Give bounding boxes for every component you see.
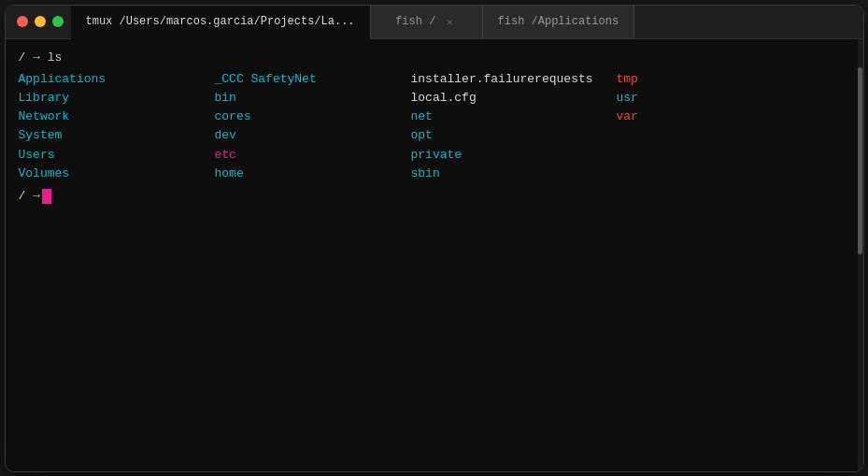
prompt-text: / → ls <box>19 50 63 65</box>
tab-bar: tmux /Users/marcos.garcia/Projects/La...… <box>6 6 863 39</box>
list-item: Network <box>19 108 215 126</box>
list-item: installer.failurerequests <box>411 70 617 89</box>
list-item: etc <box>215 146 411 165</box>
ls-column-2: _CCC SafetyNet bin cores dev etc home <box>215 70 411 183</box>
tab-close-icon[interactable]: ✕ <box>443 14 457 30</box>
tab-fish-root[interactable]: fish / ✕ <box>371 6 483 38</box>
tab-tmux[interactable]: tmux /Users/marcos.garcia/Projects/La... <box>71 6 371 39</box>
terminal-main[interactable]: / → ls Applications Library Network Syst… <box>6 39 858 471</box>
minimize-button[interactable] <box>35 16 46 27</box>
list-item: bin <box>215 89 411 108</box>
list-item: usr <box>617 89 710 108</box>
cursor-block <box>42 189 51 204</box>
scrollbar[interactable] <box>858 39 863 471</box>
tab-label: fish /Applications <box>498 15 619 28</box>
list-item: dev <box>215 126 411 145</box>
list-item: var <box>617 108 710 126</box>
list-item: Volumes <box>19 165 215 183</box>
ls-column-1: Applications Library Network System User… <box>19 70 215 183</box>
ls-column-3: installer.failurerequests local.cfg net … <box>411 70 617 183</box>
scrollbar-thumb[interactable] <box>858 67 862 254</box>
list-item: cores <box>215 108 411 126</box>
tab-label: fish / <box>395 15 435 28</box>
list-item: home <box>215 165 411 183</box>
close-button[interactable] <box>17 16 28 27</box>
maximize-button[interactable] <box>52 16 64 27</box>
list-item: opt <box>411 126 617 145</box>
tab-fish-applications[interactable]: fish /Applications <box>483 6 635 38</box>
list-item: Users <box>19 146 215 165</box>
list-item: sbin <box>411 165 617 183</box>
list-item: private <box>411 146 617 165</box>
list-item: _CCC SafetyNet <box>215 70 411 89</box>
list-item: Applications <box>19 70 215 89</box>
list-item: System <box>19 126 215 145</box>
current-prompt-line: / → <box>19 187 845 206</box>
ls-output-grid: Applications Library Network System User… <box>19 70 845 183</box>
list-item: tmp <box>617 70 710 89</box>
prompt-arrow: / → <box>19 187 40 206</box>
ls-column-4: tmp usr var <box>617 70 710 183</box>
terminal-window: tmux /Users/marcos.garcia/Projects/La...… <box>5 5 864 472</box>
terminal-content: / → ls Applications Library Network Syst… <box>6 39 863 471</box>
tabs-container: tmux /Users/marcos.garcia/Projects/La...… <box>6 6 863 38</box>
list-item: net <box>411 108 617 126</box>
list-item: local.cfg <box>411 89 617 108</box>
traffic-lights <box>6 6 75 38</box>
prompt-line: / → ls <box>19 49 845 67</box>
list-item: Library <box>19 89 215 108</box>
tab-label: tmux /Users/marcos.garcia/Projects/La... <box>86 15 355 28</box>
